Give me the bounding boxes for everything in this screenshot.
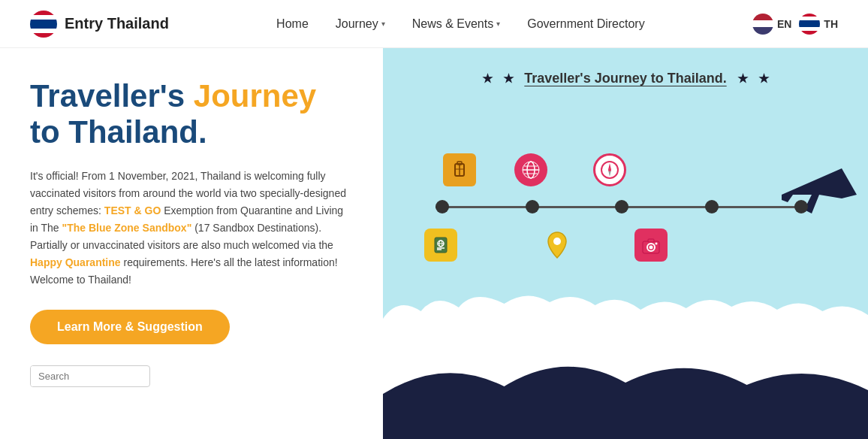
- hero-description: It's official! From 1 November, 2021, Th…: [30, 168, 353, 289]
- svg-point-22: [649, 246, 653, 250]
- site-header: Entry Thailand Home Journey ▾ News & Eve…: [0, 0, 868, 48]
- search-bar: [30, 365, 150, 387]
- passport-icon: [424, 229, 457, 262]
- luggage-icon-above: [443, 153, 476, 186]
- lang-en-button[interactable]: EN: [752, 14, 791, 35]
- nav-government-directory[interactable]: Government Directory: [527, 17, 645, 31]
- search-row: [30, 365, 353, 387]
- logo[interactable]: Entry Thailand: [30, 11, 169, 38]
- svg-rect-23: [648, 239, 654, 242]
- sky-background: ★ ★ Traveller's Journey to Thailand. ★ ★: [383, 48, 868, 349]
- location-icon: [541, 229, 574, 262]
- infographic-title-text: Traveller's Journey to Thailand.: [524, 71, 726, 86]
- nav-news-events[interactable]: News & Events ▾: [412, 17, 500, 31]
- link-happyq[interactable]: Happy Quarantine: [30, 256, 121, 268]
- airplane-icon: [774, 161, 864, 232]
- svg-point-12: [608, 168, 611, 171]
- globe-icon-above: [514, 153, 547, 186]
- timeline-dots: [436, 200, 808, 213]
- hero-section: Traveller's Journey to Thailand. It's of…: [0, 48, 383, 439]
- th-flag-icon: [799, 14, 820, 35]
- chevron-down-icon: ▾: [381, 20, 385, 28]
- bottom-hills: [383, 341, 868, 439]
- location-icon-below: [541, 229, 574, 262]
- main-content: Traveller's Journey to Thailand. It's of…: [0, 48, 868, 439]
- compass-icon-above: [593, 153, 626, 186]
- journey-timeline: [413, 146, 853, 296]
- timeline-dot-3: [615, 200, 628, 213]
- infographic-panel: ★ ★ Traveller's Journey to Thailand. ★ ★: [383, 48, 868, 439]
- svg-point-24: [656, 243, 658, 245]
- us-flag-icon: [752, 14, 773, 35]
- hero-title: Traveller's Journey to Thailand.: [30, 78, 353, 151]
- logo-text: Entry Thailand: [65, 15, 169, 32]
- luggage-icon: [443, 153, 476, 186]
- star-icon-1: ★: [482, 71, 493, 86]
- lang-th-button[interactable]: TH: [799, 14, 838, 35]
- passport-icon-below: [424, 229, 457, 262]
- timeline-dot-1: [436, 200, 449, 213]
- main-nav: Home Journey ▾ News & Events ▾ Governmen…: [276, 17, 645, 31]
- nav-journey[interactable]: Journey ▾: [336, 17, 385, 31]
- nav-home[interactable]: Home: [276, 17, 309, 31]
- star-icon-3: ★: [737, 71, 748, 86]
- svg-point-19: [553, 238, 561, 245]
- cloud-top: [383, 289, 868, 349]
- language-controls: EN TH: [752, 14, 838, 35]
- svg-rect-13: [435, 238, 447, 253]
- chevron-down-icon: ▾: [496, 20, 500, 28]
- search-input[interactable]: [31, 366, 128, 386]
- star-icon-4: ★: [758, 71, 769, 86]
- learn-more-suggestion-button[interactable]: Learn More & Suggestion: [30, 310, 230, 344]
- compass-icon: [593, 153, 626, 186]
- timeline-dot-4: [705, 200, 719, 213]
- camera-icon-below: [634, 229, 668, 262]
- globe-icon: [514, 153, 547, 186]
- star-icon-2: ★: [503, 71, 514, 86]
- timeline-dot-2: [526, 200, 539, 213]
- infographic-title: ★ ★ Traveller's Journey to Thailand. ★ ★: [383, 71, 868, 86]
- timeline-dot-5: [794, 200, 808, 213]
- camera-icon: [634, 229, 668, 262]
- logo-flag: [30, 11, 57, 38]
- link-testgo[interactable]: TEST & GO: [104, 204, 161, 216]
- link-bluezone[interactable]: "The Blue Zone Sandbox": [62, 222, 192, 234]
